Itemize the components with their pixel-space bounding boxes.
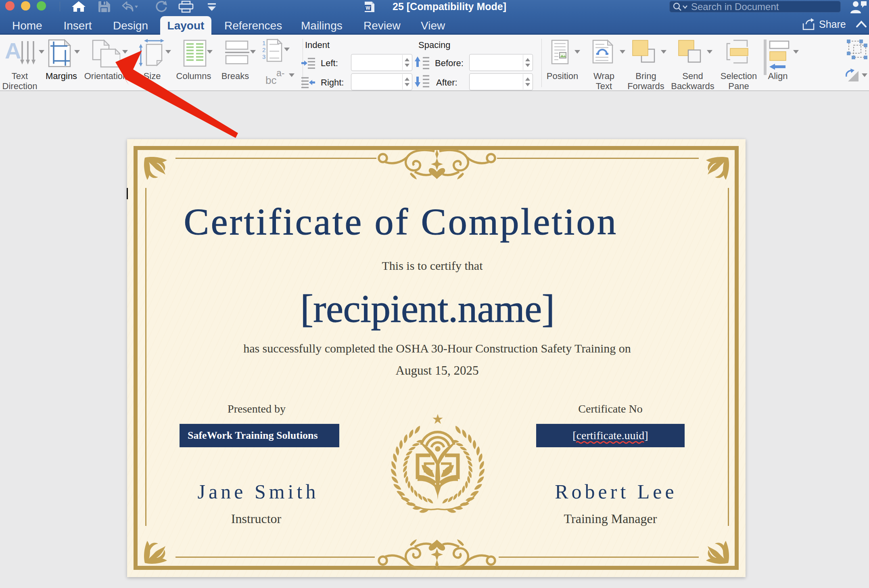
svg-text:3: 3: [262, 53, 265, 60]
svg-text:1: 1: [262, 40, 265, 46]
svg-text:2: 2: [262, 46, 265, 53]
